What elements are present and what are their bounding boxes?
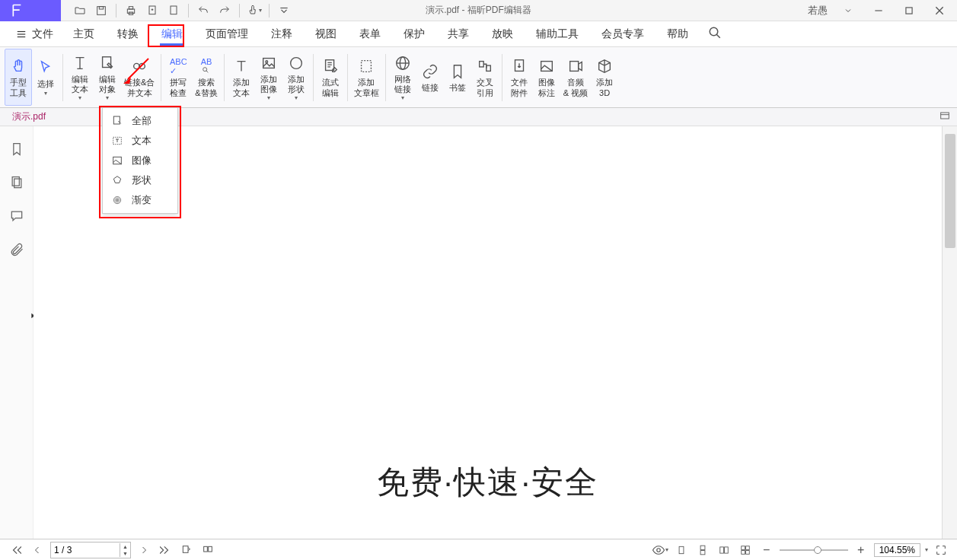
tab-share[interactable]: 共享 [437,24,480,44]
file-attach-button[interactable]: 文件 附件 [506,49,533,106]
chevron-down-icon[interactable] [838,1,858,21]
single-page-icon[interactable] [673,542,690,558]
eye-icon[interactable]: ▾ [652,542,668,558]
last-page-icon[interactable] [157,542,174,558]
continuous-facing-icon[interactable] [737,542,754,558]
dropdown-item-gradient[interactable]: 渐变 [103,190,177,210]
open-icon[interactable] [72,2,88,19]
edit-object-button[interactable]: 编辑 对象 ▾ [94,49,121,106]
svg-rect-3 [129,6,132,8]
svg-rect-0 [97,6,106,14]
edit-text-label: 编辑 文本 [72,75,88,94]
first-page-icon[interactable] [8,542,24,558]
zoom-slider[interactable] [780,549,848,551]
close-icon[interactable] [930,1,949,21]
tab-convert[interactable]: 转换 [107,24,149,44]
add-image-button[interactable]: 添加 图像 ▾ [255,49,282,106]
slider-thumb[interactable] [814,546,821,554]
page-icon[interactable] [165,2,182,19]
select-button[interactable]: 选择 ▾ [32,49,59,106]
svg-rect-8 [906,7,912,13]
undo-icon[interactable] [195,2,212,19]
comments-panel-icon[interactable] [8,207,26,225]
vertical-scrollbar[interactable] [942,126,957,539]
link-merge-icon [129,56,149,76]
facing-icon[interactable] [716,542,732,558]
dropdown-item-image[interactable]: 图像 [103,151,177,170]
web-link-button[interactable]: 网络 链接 ▾ [389,49,416,106]
user-name[interactable]: 若愚 [808,4,828,18]
touch-icon[interactable]: ▾ [246,2,263,19]
edit-text-button[interactable]: 编辑 文本 ▾ [66,49,94,106]
search-icon[interactable] [708,26,722,43]
separator [347,54,348,101]
add-article-button[interactable]: 添加 文章框 [351,49,382,106]
page-layout-icon[interactable] [178,542,195,558]
attach-icon [509,56,529,76]
add-text-button[interactable]: 添加 文本 [228,49,255,106]
menu-bar: 文件 主页 转换 编辑 页面管理 注释 视图 表单 保护 共享 放映 辅助工具 … [0,21,957,47]
next-page-icon[interactable] [136,542,152,558]
add-shape-button[interactable]: 添加 形状 ▾ [282,49,310,106]
print-icon[interactable] [123,2,139,19]
create-pdf-icon[interactable] [144,2,161,19]
svg-rect-45 [204,546,208,552]
zoom-value[interactable]: 104.55% [874,543,920,557]
tab-edit[interactable]: 编辑 [151,24,193,44]
search-replace-button[interactable]: AB 搜索 &替换 [192,49,220,106]
link-button[interactable]: 链接 [416,49,444,106]
media-label: 音频 & 视频 [563,78,588,97]
add-3d-button[interactable]: 添加 3D [591,49,618,106]
zoom-in-icon[interactable]: + [853,542,869,558]
minimize-icon[interactable] [869,1,888,21]
pages-panel-icon[interactable] [8,173,26,192]
tab-home[interactable]: 主页 [62,24,105,44]
flow-edit-button[interactable]: 流式 编辑 [317,49,344,106]
add-shape-icon [286,53,306,73]
hand-tool-button[interactable]: 手型 工具 [5,49,32,106]
zoom-out-icon[interactable]: − [758,542,775,558]
scrollbar-thumb[interactable] [945,134,955,248]
fullscreen-icon[interactable] [933,542,949,558]
continuous-icon[interactable] [694,542,711,558]
dropdown-item-all[interactable]: 全部 [103,111,177,131]
customize-qat-icon[interactable] [276,2,292,19]
tab-protect[interactable]: 保护 [393,24,435,44]
zoom-dropdown-icon[interactable]: ▾ [925,546,928,553]
page-number-control[interactable]: ▲▼ [50,542,131,558]
tab-form[interactable]: 表单 [349,24,391,44]
link-merge-button[interactable]: 链接&合 并文本 [121,49,158,106]
redo-icon[interactable] [216,2,233,19]
tab-accessibility[interactable]: 辅助工具 [525,24,589,44]
separator [62,54,63,101]
expand-panel-icon[interactable] [939,110,951,125]
svg-rect-44 [183,546,188,552]
multi-page-icon[interactable] [199,542,216,558]
tab-view[interactable]: 视图 [305,24,347,44]
save-icon[interactable] [93,2,110,19]
page-down-icon[interactable]: ▼ [120,550,130,557]
tab-annotate[interactable]: 注释 [260,24,303,44]
image-anno-button[interactable]: 图像 标注 [533,49,560,106]
maximize-icon[interactable] [899,1,919,21]
tab-page-manage[interactable]: 页面管理 [195,24,259,44]
edit-text-icon [70,53,90,73]
bookmarks-panel-icon[interactable] [8,140,26,158]
dropdown-item-text[interactable]: 文本 [103,131,177,151]
page-input[interactable] [51,542,120,558]
tab-help[interactable]: 帮助 [656,24,699,44]
tab-member[interactable]: 会员专享 [591,24,655,44]
file-tab[interactable]: 文件 [8,27,61,41]
spell-button[interactable]: ABC✓ 拼写 检查 [164,49,192,106]
cross-ref-button[interactable]: 交叉 引用 [471,49,499,106]
audio-video-button[interactable]: 音频 & 视频 [560,49,591,106]
tab-present[interactable]: 放映 [481,24,524,44]
dropdown-item-shape[interactable]: 形状 [103,170,177,190]
bookmark-button[interactable]: 书签 [444,49,471,106]
prev-page-icon[interactable] [29,542,46,558]
attachments-panel-icon[interactable] [8,240,26,259]
document-tab[interactable]: 演示.pdf [6,109,52,125]
edit-object-icon [97,53,117,73]
page-up-icon[interactable]: ▲ [120,543,130,550]
svg-rect-54 [745,546,749,549]
